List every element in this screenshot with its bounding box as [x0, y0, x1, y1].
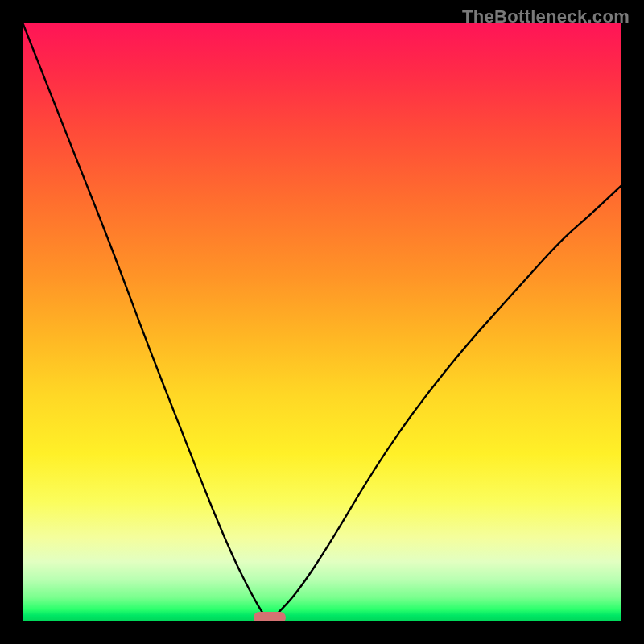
plot-area: [23, 23, 621, 621]
cusp-marker: [254, 612, 286, 621]
bottleneck-curve: [23, 23, 621, 621]
chart-frame: TheBottleneck.com: [0, 0, 644, 644]
watermark-text: TheBottleneck.com: [462, 6, 630, 27]
